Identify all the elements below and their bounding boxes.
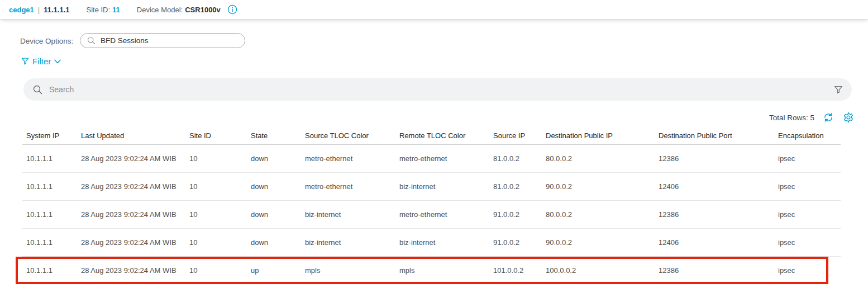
- col-header-last-updated[interactable]: Last Updated: [77, 128, 185, 144]
- refresh-icon[interactable]: [823, 112, 834, 123]
- site-id-value: 11: [112, 6, 120, 14]
- table-cell: down: [247, 144, 301, 172]
- col-header-source-tloc-color[interactable]: Source TLOC Color: [301, 128, 395, 144]
- table-cell: 10.1.1.1: [22, 256, 77, 284]
- table-cell: biz-internet: [395, 228, 489, 256]
- table-cell: 90.0.0.2: [542, 172, 655, 200]
- table-cell: 12386: [655, 200, 774, 228]
- col-header-site-id[interactable]: Site ID: [185, 128, 247, 144]
- table-cell: down: [247, 200, 301, 228]
- column-filter-icon[interactable]: [834, 85, 843, 95]
- table-cell: mpls: [395, 256, 489, 284]
- info-icon[interactable]: [227, 4, 237, 15]
- device-options-label: Device Options:: [20, 37, 73, 45]
- search-icon: [87, 36, 96, 45]
- device-header-bar: cedge1 | 11.1.1.1 Site ID:11 Device Mode…: [0, 0, 868, 20]
- table-cell: 28 Aug 2023 9:02:24 AM WIB: [77, 172, 185, 200]
- device-options-value: BFD Sessions: [101, 36, 149, 45]
- table-row[interactable]: 10.1.1.1 28 Aug 2023 9:02:24 AM WIB 10 d…: [22, 144, 841, 172]
- table-cell: 10.1.1.1: [22, 200, 77, 228]
- table-cell: 12386: [655, 256, 774, 284]
- table-cell: metro-ethernet: [395, 200, 489, 228]
- col-header-destination-public-ip[interactable]: Destination Public IP: [542, 128, 655, 144]
- table-cell: 12386: [655, 144, 774, 172]
- col-header-destination-public-port[interactable]: Destination Public Port: [655, 128, 774, 144]
- col-header-system-ip[interactable]: System IP: [22, 128, 77, 144]
- table-meta-row: Total Rows: 5: [0, 110, 855, 125]
- table-header-row: System IP Last Updated Site ID State Sou…: [22, 128, 841, 144]
- table-cell: 91.0.0.2: [489, 200, 542, 228]
- table-cell: 28 Aug 2023 9:02:24 AM WIB: [77, 256, 185, 284]
- table-cell: ipsec: [774, 256, 841, 284]
- table-cell: 10: [185, 172, 247, 200]
- table-cell: 28 Aug 2023 9:02:24 AM WIB: [77, 144, 185, 172]
- table-cell: biz-internet: [395, 172, 489, 200]
- bfd-sessions-table: System IP Last Updated Site ID State Sou…: [22, 128, 841, 284]
- filter-toggle[interactable]: Filter: [21, 56, 61, 66]
- table-cell: ipsec: [774, 228, 841, 256]
- table-cell: 10: [185, 200, 247, 228]
- table-cell: down: [247, 228, 301, 256]
- table-row[interactable]: 10.1.1.1 28 Aug 2023 9:02:24 AM WIB 10 d…: [22, 172, 841, 200]
- table-cell: metro-ethernet: [301, 172, 395, 200]
- table-cell: 80.0.0.2: [542, 144, 655, 172]
- device-options-input[interactable]: BFD Sessions: [80, 33, 245, 48]
- table-row[interactable]: 10.1.1.1 28 Aug 2023 9:02:24 AM WIB 10 d…: [22, 200, 841, 228]
- table-row-highlighted[interactable]: 10.1.1.1 28 Aug 2023 9:02:24 AM WIB 10 u…: [22, 256, 841, 284]
- table-cell: 90.0.0.2: [542, 228, 655, 256]
- total-rows-count: 5: [810, 114, 814, 122]
- device-model-label: Device Model:: [137, 6, 183, 14]
- table-cell: 10: [185, 228, 247, 256]
- table-cell: ipsec: [774, 200, 841, 228]
- table-cell: 100.0.0.2: [542, 256, 655, 284]
- chevron-down-icon: [54, 59, 61, 64]
- device-model-group: Device Model:CSR1000v: [137, 6, 221, 14]
- table-cell: 81.0.0.2: [489, 172, 542, 200]
- device-hostname[interactable]: cedge1: [9, 6, 34, 14]
- gear-icon[interactable]: [842, 111, 855, 124]
- table-cell: biz-internet: [301, 200, 395, 228]
- filter-label: Filter: [32, 56, 51, 66]
- col-header-encapsulation[interactable]: Encapsulation: [774, 128, 841, 144]
- table-row[interactable]: 10.1.1.1 28 Aug 2023 9:02:24 AM WIB 10 d…: [22, 228, 841, 256]
- search-icon: [33, 85, 42, 95]
- table-cell: 10: [185, 256, 247, 284]
- separator: |: [38, 6, 40, 14]
- device-system-ip: 11.1.1.1: [44, 6, 69, 14]
- table-cell: 101.0.0.2: [489, 256, 542, 284]
- table-cell: 91.0.0.2: [489, 228, 542, 256]
- device-model-value: CSR1000v: [185, 6, 221, 14]
- device-options-row: Device Options: BFD Sessions: [0, 33, 868, 50]
- search-input[interactable]: [49, 78, 834, 101]
- col-header-source-ip[interactable]: Source IP: [489, 128, 542, 144]
- total-rows: Total Rows: 5: [769, 114, 814, 122]
- table-cell: 10.1.1.1: [22, 228, 77, 256]
- table-cell: up: [247, 256, 301, 284]
- table-cell: 28 Aug 2023 9:02:24 AM WIB: [77, 200, 185, 228]
- col-header-state[interactable]: State: [247, 128, 301, 144]
- table-cell: ipsec: [774, 144, 841, 172]
- table-cell: 28 Aug 2023 9:02:24 AM WIB: [77, 228, 185, 256]
- table-cell: metro-ethernet: [395, 144, 489, 172]
- table-cell: 12406: [655, 172, 774, 200]
- bfd-sessions-page: { "device_header": { "hostname": "cedge1…: [0, 0, 868, 302]
- table-cell: 80.0.0.2: [542, 200, 655, 228]
- table-cell: mpls: [301, 256, 395, 284]
- table-cell: 10.1.1.1: [22, 172, 77, 200]
- table-cell: biz-internet: [301, 228, 395, 256]
- table-cell: down: [247, 172, 301, 200]
- filter-funnel-icon: [21, 57, 29, 65]
- col-header-remote-tloc-color[interactable]: Remote TLOC Color: [395, 128, 489, 144]
- table-search-bar: [23, 78, 852, 101]
- table-cell: ipsec: [774, 172, 841, 200]
- table-cell: 81.0.0.2: [489, 144, 542, 172]
- site-id-group: Site ID:11: [86, 6, 120, 14]
- table-cell: 10: [185, 144, 247, 172]
- site-id-label: Site ID:: [86, 6, 110, 14]
- table-cell: 12406: [655, 228, 774, 256]
- table-cell: 10.1.1.1: [22, 144, 77, 172]
- table-cell: metro-ethernet: [301, 144, 395, 172]
